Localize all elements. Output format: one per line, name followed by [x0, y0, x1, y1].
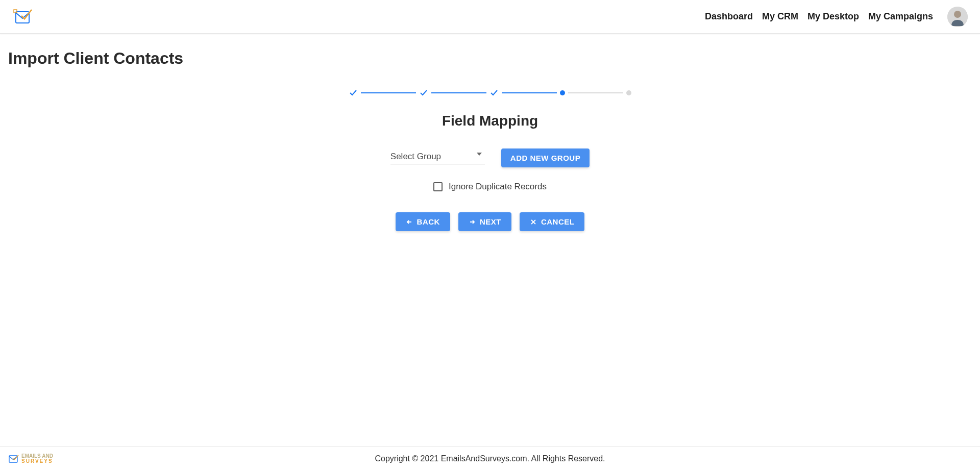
- arrow-right-icon: [469, 218, 476, 226]
- arrow-left-icon: [406, 218, 413, 226]
- select-group-label: Select Group: [390, 152, 441, 161]
- footer-brand-surveys: SURVEYS: [21, 459, 53, 464]
- add-new-group-button[interactable]: ADD NEW GROUP: [501, 148, 590, 167]
- nav-my-crm[interactable]: My CRM: [762, 11, 798, 22]
- user-avatar[interactable]: [947, 7, 968, 27]
- step-5-upcoming: [626, 90, 631, 95]
- check-icon: [489, 88, 499, 97]
- next-button[interactable]: NEXT: [458, 212, 511, 231]
- step-4-current: [560, 90, 565, 95]
- app-header: Dashboard My CRM My Desktop My Campaigns: [0, 0, 980, 34]
- brand-logo[interactable]: [12, 7, 33, 27]
- nav-my-campaigns[interactable]: My Campaigns: [868, 11, 933, 22]
- step-line-4: [568, 92, 623, 93]
- main-content: Import Client Contacts: [0, 34, 980, 446]
- footer-logo-text: EMAILS AND SURVEYS: [21, 454, 53, 464]
- select-group-dropdown[interactable]: Select Group: [390, 152, 485, 164]
- step-line-3: [502, 92, 557, 93]
- wizard-stepper: [219, 88, 761, 97]
- main-nav: Dashboard My CRM My Desktop My Campaigns: [705, 7, 968, 27]
- content-wrapper: Field Mapping Select Group ADD NEW GROUP…: [219, 88, 761, 231]
- cancel-button-label: CANCEL: [541, 217, 575, 226]
- step-line-2: [431, 92, 486, 93]
- wizard-buttons: BACK NEXT CANCEL: [219, 212, 761, 231]
- group-selection-row: Select Group ADD NEW GROUP: [219, 148, 761, 167]
- envelope-small-icon: [8, 454, 19, 463]
- footer-copyright: Copyright © 2021 EmailsAndSurveys.com. A…: [375, 454, 605, 463]
- check-icon: [349, 88, 358, 97]
- footer-logo[interactable]: EMAILS AND SURVEYS: [8, 454, 53, 464]
- envelope-logo-icon: [12, 7, 33, 27]
- step-2-completed: [419, 88, 428, 97]
- next-button-label: NEXT: [480, 217, 501, 226]
- step-3-completed: [489, 88, 499, 97]
- back-button[interactable]: BACK: [396, 212, 450, 231]
- back-button-label: BACK: [417, 217, 440, 226]
- page-title: Import Client Contacts: [8, 49, 972, 68]
- avatar-placeholder-icon: [947, 7, 968, 27]
- ignore-duplicates-row: Ignore Duplicate Records: [219, 182, 761, 192]
- ignore-duplicates-checkbox[interactable]: [433, 182, 443, 191]
- nav-dashboard[interactable]: Dashboard: [705, 11, 753, 22]
- step-line-1: [361, 92, 416, 93]
- ignore-duplicates-label: Ignore Duplicate Records: [449, 182, 547, 192]
- step-1-completed: [349, 88, 358, 97]
- close-icon: [530, 218, 537, 226]
- svg-point-3: [954, 11, 961, 18]
- dropdown-arrow-icon: [477, 153, 482, 156]
- cancel-button[interactable]: CANCEL: [520, 212, 585, 231]
- nav-my-desktop[interactable]: My Desktop: [807, 11, 859, 22]
- app-footer: EMAILS AND SURVEYS Copyright © 2021 Emai…: [0, 446, 980, 471]
- section-title: Field Mapping: [219, 113, 761, 129]
- check-icon: [419, 88, 428, 97]
